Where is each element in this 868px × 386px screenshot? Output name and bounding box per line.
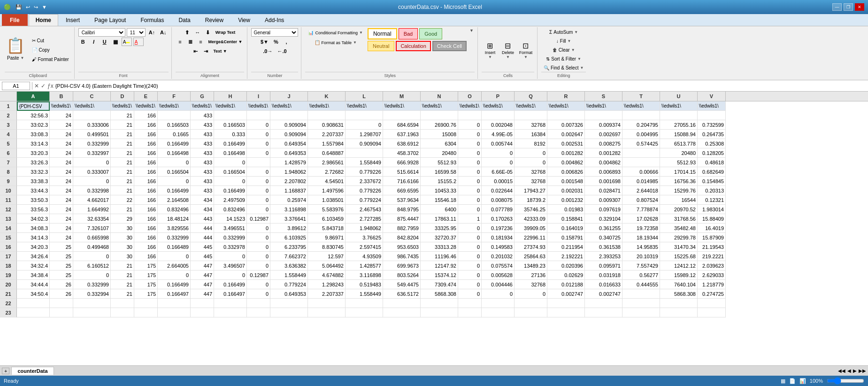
cell-J7[interactable]: 1.428579 <box>270 158 308 167</box>
cell-K21[interactable]: 2.207337 <box>308 289 346 299</box>
cell-H19[interactable]: 0 <box>214 270 247 280</box>
cell-F22[interactable] <box>158 299 191 308</box>
cell-O4[interactable]: 0 <box>458 130 482 139</box>
find-select-btn[interactable]: 🔍 Find & Select ▼ <box>541 64 586 72</box>
cell-J4[interactable]: 0.909094 <box>270 130 308 139</box>
save-btn[interactable]: 💾 <box>15 3 23 11</box>
cell-B12[interactable]: 24 <box>50 205 73 214</box>
cell-A10[interactable]: 33:44.3 <box>17 186 50 195</box>
cell-D11[interactable]: 22 <box>111 195 134 205</box>
cell-L23[interactable] <box>346 308 383 317</box>
cell-L13[interactable]: 2.727285 <box>346 214 383 224</box>
cell-T19[interactable]: 0.56277 <box>622 270 660 280</box>
cell-C14[interactable]: 7.326107 <box>73 224 111 233</box>
cell-T13[interactable]: 17.02628 <box>622 214 660 224</box>
cell-V9[interactable]: 0.154845 <box>698 177 726 186</box>
underline-btn[interactable]: U <box>100 38 109 46</box>
cell-G7[interactable]: 433 <box>191 158 214 167</box>
row-header-11[interactable]: 11 <box>0 195 17 205</box>
cell-M13[interactable]: 875.4447 <box>383 214 421 224</box>
check-cell-style-btn[interactable]: Check Cell <box>432 41 467 51</box>
cell-K11[interactable]: 1.038501 <box>308 195 346 205</box>
row-header-14[interactable]: 14 <box>0 224 17 233</box>
cell-N4[interactable]: 15008 <box>421 130 458 139</box>
cell-M16[interactable]: 953.6503 <box>383 242 421 252</box>
cell-S14[interactable]: 0.361255 <box>585 224 622 233</box>
row-header-4[interactable]: 4 <box>0 130 17 139</box>
cell-P5[interactable]: 0.005744 <box>482 139 515 148</box>
cell-C1[interactable]: \\edwils1\ <box>73 101 111 111</box>
cell-J23[interactable] <box>270 308 308 317</box>
cell-G17[interactable]: 445 <box>191 252 214 261</box>
cell-H11[interactable]: 2.497509 <box>214 195 247 205</box>
cell-E1[interactable]: \\edwils1\ <box>134 101 158 111</box>
row-header-20[interactable]: 20 <box>0 280 17 289</box>
cell-G20[interactable]: 447 <box>191 280 214 289</box>
cell-R9[interactable]: 0.001548 <box>547 177 585 186</box>
cell-D4[interactable]: 21 <box>111 130 134 139</box>
cell-D23[interactable] <box>111 308 134 317</box>
cell-E17[interactable]: 166 <box>134 252 158 261</box>
cell-K3[interactable]: 0.908631 <box>308 120 346 130</box>
col-header-C[interactable]: C <box>73 92 111 101</box>
paste-btn[interactable]: 📋 <box>6 38 25 53</box>
cell-A15[interactable]: 34:14.3 <box>17 233 50 242</box>
cell-V4[interactable]: 0.264735 <box>698 130 726 139</box>
cell-F17[interactable]: 0 <box>158 252 191 261</box>
cell-O16[interactable]: 0 <box>458 242 482 252</box>
cell-U6[interactable]: 20480 <box>660 148 698 158</box>
cell-P23[interactable] <box>482 308 515 317</box>
cell-N17[interactable]: 11196.46 <box>421 252 458 261</box>
cell-M12[interactable]: 848.9795 <box>383 205 421 214</box>
cell-L18[interactable]: 1.428577 <box>346 261 383 270</box>
cell-D18[interactable]: 21 <box>111 261 134 270</box>
cell-R6[interactable]: 0.001282 <box>547 148 585 158</box>
cell-J6[interactable]: 0.649353 <box>270 148 308 158</box>
cell-J17[interactable]: 7.662372 <box>270 252 308 261</box>
cell-J18[interactable]: 3.636382 <box>270 261 308 270</box>
cell-H7[interactable]: 0 <box>214 158 247 167</box>
cell-C12[interactable]: 1.664992 <box>73 205 111 214</box>
cell-S2[interactable] <box>585 111 622 120</box>
cell-M21[interactable]: 636.5172 <box>383 289 421 299</box>
cell-R3[interactable]: 0.007326 <box>547 120 585 130</box>
cell-N1[interactable]: \\edwils1\ <box>421 101 458 111</box>
cell-M15[interactable]: 842.8204 <box>383 233 421 242</box>
cell-T1[interactable]: \\edwils1\ <box>622 101 660 111</box>
cell-O8[interactable]: 0 <box>458 167 482 177</box>
cell-C6[interactable]: 0.332997 <box>73 148 111 158</box>
cell-F1[interactable]: \\edwils1\ <box>158 101 191 111</box>
increase-decimal-btn[interactable]: .0→ <box>261 47 274 55</box>
cell-T20[interactable]: 0.444555 <box>622 280 660 289</box>
cell-T12[interactable]: 7.778874 <box>622 205 660 214</box>
cell-O15[interactable]: 0 <box>458 233 482 242</box>
cell-M22[interactable] <box>383 299 421 308</box>
cell-S22[interactable] <box>585 299 622 308</box>
tab-file[interactable]: File <box>2 14 28 26</box>
cell-L14[interactable]: 1.948062 <box>346 224 383 233</box>
align-bottom-btn[interactable]: ⬇ <box>203 28 213 37</box>
cell-I6[interactable]: 0 <box>247 148 270 158</box>
cell-S9[interactable]: 0.001698 <box>585 177 622 186</box>
cell-U10[interactable]: 15299.76 <box>660 186 698 195</box>
cell-G11[interactable]: 434 <box>191 195 214 205</box>
cell-N18[interactable]: 12147.92 <box>421 261 458 270</box>
cell-T11[interactable]: 0.807524 <box>622 195 660 205</box>
cell-O12[interactable]: 0 <box>458 205 482 214</box>
neutral-style-btn[interactable]: Neutral <box>368 41 394 51</box>
cell-G8[interactable]: 433 <box>191 167 214 177</box>
cell-M23[interactable] <box>383 308 421 317</box>
align-middle-btn[interactable]: ↔ <box>193 28 202 37</box>
cell-A8[interactable]: 33:32.3 <box>17 167 50 177</box>
cell-B13[interactable]: 24 <box>50 214 73 224</box>
cell-R8[interactable]: 0.006826 <box>547 167 585 177</box>
cell-C11[interactable]: 4.662017 <box>73 195 111 205</box>
scroll-prev-btn[interactable]: ◀ <box>847 368 851 373</box>
cell-F12[interactable]: 0.832496 <box>158 205 191 214</box>
cell-D5[interactable]: 21 <box>111 139 134 148</box>
cell-O19[interactable]: 0 <box>458 270 482 280</box>
cell-Q1[interactable]: \\edwils1\ <box>515 101 547 111</box>
cell-H6[interactable]: 0.166498 <box>214 148 247 158</box>
cell-H1[interactable]: \\edwils1\ <box>214 101 247 111</box>
cell-F10[interactable]: 0.166499 <box>158 186 191 195</box>
